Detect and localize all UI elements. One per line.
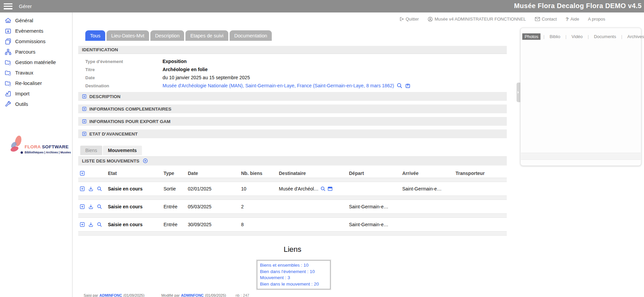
add-icon[interactable] bbox=[80, 222, 85, 228]
search-icon[interactable] bbox=[97, 204, 102, 210]
add-icon[interactable] bbox=[80, 204, 85, 210]
modifie-par-user-link[interactable]: ADMINFONC bbox=[181, 293, 204, 297]
add-mouvement-icon[interactable] bbox=[143, 158, 148, 164]
cell-depart: Saint-Germain-e… bbox=[349, 204, 402, 209]
export-download-icon[interactable] bbox=[88, 204, 94, 210]
media-tab-biblio[interactable]: Biblio bbox=[547, 33, 563, 40]
expand-plus-icon[interactable] bbox=[82, 119, 87, 124]
cell-date: 30/09/2025 bbox=[188, 222, 241, 227]
section-informations-export-gam[interactable]: INFORMATIONS POUR EXPORT GAM bbox=[78, 117, 507, 126]
sidebar-item-outils[interactable]: Outils bbox=[0, 99, 72, 109]
media-tab-archives[interactable]: Archives bbox=[625, 33, 644, 40]
flora-logo: FLORA SOFTWARE Bibliothèques | Archives … bbox=[9, 135, 70, 156]
field-type-evenement: Type d'évènement Exposition bbox=[78, 57, 507, 65]
tab-etapes-de-suivi[interactable]: Etapes de suivi bbox=[185, 30, 228, 41]
col-etat: Etat bbox=[108, 171, 164, 176]
record-card-icon[interactable] bbox=[327, 186, 333, 191]
hamburger-menu-icon[interactable] bbox=[4, 3, 12, 9]
sidebar: Général Evènements Commissions Parcours … bbox=[0, 12, 72, 297]
subtab-biens[interactable]: Biens bbox=[80, 146, 102, 155]
liste-mouvements-title: LISTE DES MOUVEMENTS bbox=[82, 158, 139, 164]
tab-separator: | bbox=[618, 34, 625, 39]
sidebar-item-re-localiser[interactable]: Re-localiser bbox=[0, 78, 72, 88]
add-icon[interactable] bbox=[80, 186, 85, 192]
expand-plus-icon[interactable] bbox=[82, 131, 87, 136]
sitemap-icon bbox=[4, 48, 12, 56]
sidebar-item-gestion-materielle[interactable]: Gestion matérielle bbox=[0, 57, 72, 67]
flora-logo-text: FLORA SOFTWARE bbox=[25, 144, 68, 149]
tab-documentation[interactable]: Documentation bbox=[230, 30, 272, 41]
saisi-par-user-link[interactable]: ADMINFONC bbox=[99, 293, 122, 297]
sidebar-item-import[interactable]: Import bbox=[0, 88, 72, 99]
liens-link-bien-dans-mouvement[interactable]: Bien dans le mouvement : 20 bbox=[260, 281, 327, 288]
sidebar-item-general[interactable]: Général bbox=[0, 15, 72, 26]
col-nb-biens: Nb. biens bbox=[241, 171, 279, 176]
section-title: ETAT D'AVANCEMENT bbox=[89, 131, 138, 137]
media-tab-video[interactable]: Vidéo bbox=[569, 33, 585, 40]
identification-title: IDENTIFICATION bbox=[82, 47, 118, 52]
record-count-label: nb : bbox=[235, 293, 241, 297]
a-propos-button[interactable]: A propos bbox=[588, 17, 605, 22]
sidebar-item-commissions[interactable]: Commissions bbox=[0, 36, 72, 47]
liens-link-bien-dans-evenement[interactable]: Bien dans l'évènement : 10 bbox=[260, 269, 327, 275]
record-content: Tous Lieu-Dates-Mvt Description Etapes d… bbox=[78, 12, 507, 297]
saisi-par-date: (01/09/2025) bbox=[123, 293, 144, 297]
movements-table-header: Etat Type Date Nb. biens Destinataire Dé… bbox=[78, 169, 507, 178]
cell-depart: Saint-Germain-e… bbox=[349, 222, 402, 227]
media-panel-footer bbox=[521, 153, 641, 160]
sidebar-item-label: Commissions bbox=[15, 38, 46, 44]
cell-type: Entrée bbox=[164, 204, 188, 209]
sidebar-item-label: Gestion matérielle bbox=[15, 59, 56, 65]
section-description[interactable]: DESCRIPTION bbox=[78, 92, 507, 101]
media-tab-photos[interactable]: Photos bbox=[522, 33, 540, 40]
tab-description[interactable]: Description bbox=[150, 30, 184, 41]
destination-link[interactable]: Musée d'Archéologie Nationale (MAN), Sai… bbox=[163, 83, 394, 88]
aide-label: Aide bbox=[570, 17, 579, 22]
search-icon[interactable] bbox=[97, 186, 102, 192]
search-icon[interactable] bbox=[97, 222, 102, 228]
export-download-icon[interactable] bbox=[88, 222, 94, 228]
col-transporteur: Transporteur bbox=[456, 171, 507, 176]
cell-date: 02/01/2025 bbox=[188, 186, 241, 191]
menu-label[interactable]: Gérer bbox=[19, 3, 32, 9]
expand-plus-icon[interactable] bbox=[82, 107, 87, 111]
section-etat-avancement[interactable]: ETAT D'AVANCEMENT bbox=[78, 129, 507, 138]
liens-link-biens-et-ensembles[interactable]: Biens et ensembles : 10 bbox=[260, 262, 327, 269]
tab-lieu-dates-mvt[interactable]: Lieu-Dates-Mvt bbox=[107, 30, 149, 41]
add-row-icon[interactable] bbox=[80, 171, 85, 176]
sidebar-item-label: Travaux bbox=[15, 70, 33, 76]
section-informations-complementaires[interactable]: INFORMATIONS COMPLEMENTAIRES bbox=[78, 105, 507, 113]
identification-header: IDENTIFICATION bbox=[78, 46, 507, 54]
app-title: Musée Flora Decalog Flora DEMO v4.5 bbox=[514, 2, 642, 10]
subtab-mouvements[interactable]: Mouvements bbox=[103, 146, 142, 155]
folder-gear-icon bbox=[4, 79, 12, 87]
home-icon bbox=[4, 17, 12, 25]
import-icon bbox=[4, 90, 12, 98]
main-area: Quitter Musée v4 ADMINISTRATEUR FONCTION… bbox=[73, 12, 644, 297]
media-tab-documents[interactable]: Documents bbox=[591, 33, 618, 40]
copy-icon bbox=[4, 37, 12, 46]
open-record-icon[interactable] bbox=[405, 83, 411, 89]
expand-plus-icon[interactable] bbox=[82, 94, 87, 99]
export-download-icon[interactable] bbox=[88, 186, 94, 192]
movement-row: Saisie en cours Entrée 30/09/2025 8 Sain… bbox=[78, 218, 507, 231]
search-icon[interactable] bbox=[320, 186, 326, 191]
search-icon[interactable] bbox=[397, 83, 403, 89]
media-panel-collapse-handle[interactable] bbox=[517, 83, 520, 102]
cell-nb-biens: 8 bbox=[241, 222, 279, 227]
contact-button[interactable]: Contact bbox=[535, 17, 557, 22]
sidebar-item-label: Import bbox=[15, 91, 30, 96]
sidebar-item-parcours[interactable]: Parcours bbox=[0, 47, 72, 57]
row-separator bbox=[78, 231, 507, 236]
liens-box: Biens et ensembles : 10 Bien dans l'évèn… bbox=[257, 260, 330, 289]
section-title: INFORMATIONS COMPLEMENTAIRES bbox=[89, 107, 171, 112]
aide-button[interactable]: ? Aide bbox=[565, 16, 579, 22]
tab-separator: | bbox=[563, 34, 569, 39]
field-label: Date bbox=[78, 73, 163, 82]
wrench-icon bbox=[4, 100, 12, 108]
tab-separator: | bbox=[540, 34, 547, 39]
tab-tous[interactable]: Tous bbox=[85, 30, 105, 41]
sidebar-item-evenements[interactable]: Evènements bbox=[0, 26, 72, 36]
liens-link-mouvement[interactable]: Mouvement : 3 bbox=[260, 275, 327, 281]
sidebar-item-travaux[interactable]: Travaux bbox=[0, 67, 72, 78]
